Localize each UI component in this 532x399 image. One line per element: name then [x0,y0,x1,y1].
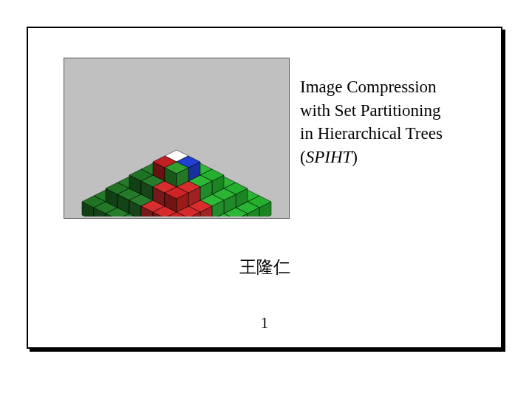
slide-frame: Image Compression with Set Partitioning … [27,27,502,349]
title-acronym: SPIHT [306,148,352,166]
page-number: 1 [28,314,501,332]
slide-title: Image Compression with Set Partitioning … [300,75,492,169]
pyramid-figure [64,58,290,219]
title-line-4-close: ) [352,148,358,166]
title-line-2: with Set Partitioning [300,101,440,120]
title-line-3: in Hierarchical Trees [300,124,443,143]
title-line-4-open: ( [300,148,306,166]
author-name: 王隆仁 [28,256,501,279]
title-line-1: Image Compression [300,78,437,96]
cube-pyramid-svg [64,61,290,216]
